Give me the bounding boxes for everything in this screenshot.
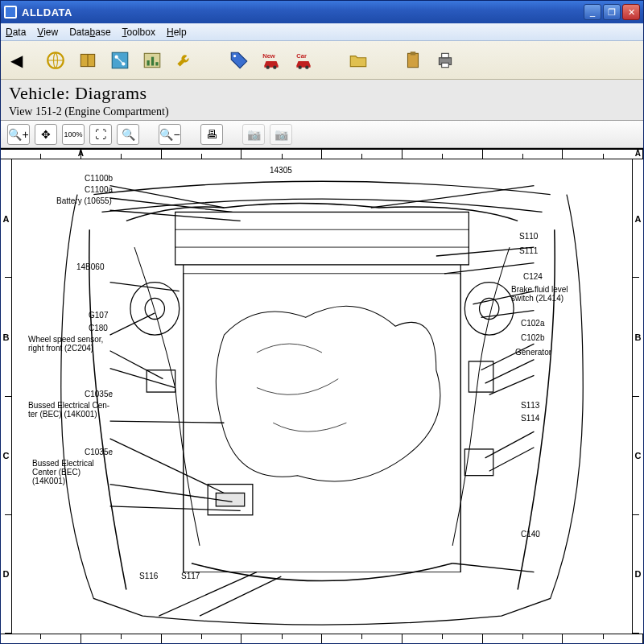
svg-point-11 <box>233 54 236 56</box>
camera-1-icon[interactable]: 📷 <box>242 124 265 145</box>
callout-g107: G107 <box>89 311 108 320</box>
callout-14305: 14305 <box>270 166 292 175</box>
svg-point-17 <box>305 65 308 68</box>
callout-s110: S110 <box>519 232 538 241</box>
app-icon <box>4 6 17 19</box>
zoom-fit-button[interactable]: ⛶ <box>89 124 112 145</box>
ruler-row-d: D <box>1 515 11 634</box>
menu-toolbox[interactable]: Toolbox <box>122 27 155 38</box>
callout-bec1: Bussed Electrical Cen- ter (BEC) (14K001… <box>28 401 109 419</box>
callout-c124: C124 <box>523 272 543 281</box>
callout-generator: Generator <box>515 348 551 357</box>
ruler-left: A B C D <box>1 159 12 634</box>
svg-rect-9 <box>151 56 154 65</box>
header-strip: Vehicle: Diagrams View 151-2 (Engine Com… <box>1 80 643 121</box>
tool-car-icon[interactable]: Car <box>289 46 318 75</box>
tool-chart-icon[interactable] <box>138 46 167 75</box>
ruler-col-a-right: A <box>635 149 641 158</box>
svg-line-41 <box>110 421 225 423</box>
callout-c180: C180 <box>89 324 108 332</box>
window-title: ALLDATA <box>22 6 584 19</box>
ruler-row-b-r: B <box>633 278 643 396</box>
page-title: Vehicle: Diagrams <box>9 83 635 104</box>
svg-line-42 <box>110 439 225 493</box>
camera-2-icon[interactable]: 📷 <box>270 124 292 145</box>
svg-rect-29 <box>147 370 175 392</box>
svg-text:New: New <box>262 52 275 59</box>
tool-newcar-icon[interactable]: New <box>257 46 286 75</box>
tool-folder-icon[interactable] <box>344 46 373 75</box>
ruler-row-b: B <box>1 278 11 396</box>
zoom-in-button[interactable]: 🔍+ <box>7 124 30 145</box>
svg-point-13 <box>266 65 270 68</box>
svg-line-40 <box>110 369 175 388</box>
callout-14b060: 14B060 <box>76 262 104 271</box>
ruler-col-a-left: A <box>78 149 84 158</box>
zoom-selection-button[interactable]: 🔍 <box>117 124 139 145</box>
callout-s116: S116 <box>139 572 158 580</box>
ruler-row-a-r: A <box>633 159 643 278</box>
ruler-top: AA <box>1 150 643 159</box>
svg-rect-10 <box>155 62 158 65</box>
svg-line-44 <box>110 506 241 510</box>
svg-line-53 <box>485 360 535 383</box>
callout-wheelspeed: Wheel speed sensor, right front (2C204) <box>28 335 103 353</box>
menubar: Data View Database Toolbox Help <box>1 23 643 41</box>
minimize-button[interactable]: _ <box>584 4 601 20</box>
callout-c140: C140 <box>521 530 540 539</box>
back-button[interactable]: ◀ <box>6 50 27 71</box>
svg-line-56 <box>489 448 535 471</box>
svg-line-43 <box>110 485 233 502</box>
viewer-toolbar: 🔍+ ✥ 100% ⛶ 🔍 🔍− 🖶 📷 📷 <box>1 121 643 148</box>
callout-s113: S113 <box>521 401 539 410</box>
menu-database[interactable]: Database <box>69 27 110 38</box>
ruler-row-c: C <box>1 397 11 515</box>
titlebar: ALLDATA _ ❐ ✕ <box>1 1 643 23</box>
viewer-print-button[interactable]: 🖶 <box>200 124 223 145</box>
svg-rect-23 <box>175 212 469 264</box>
tool-globe-icon[interactable] <box>41 46 70 75</box>
callout-c1035e: C1035e <box>85 390 113 398</box>
svg-text:Car: Car <box>296 52 307 59</box>
svg-line-47 <box>371 186 535 208</box>
tool-clipboard-icon[interactable] <box>398 46 427 75</box>
ruler-bottom <box>1 634 643 643</box>
ruler-row-a: A <box>1 159 11 278</box>
callout-c102a: C102a <box>521 319 544 328</box>
svg-rect-21 <box>442 53 449 57</box>
ruler-right: A B C D <box>632 159 643 634</box>
callout-s114: S114 <box>521 414 539 423</box>
tool-tag-icon[interactable] <box>225 46 254 75</box>
menu-data[interactable]: Data <box>6 27 26 38</box>
callout-c1100a: C1100a <box>85 185 113 194</box>
maximize-button[interactable]: ❐ <box>603 4 621 20</box>
svg-line-55 <box>485 431 535 458</box>
tool-book-icon[interactable] <box>73 46 102 75</box>
page-subtitle: View 151-2 (Engine Compartment) <box>9 105 635 118</box>
svg-line-38 <box>110 313 155 335</box>
svg-rect-22 <box>442 63 449 67</box>
svg-line-46 <box>200 576 281 616</box>
svg-rect-18 <box>408 53 419 67</box>
callout-c1035e2: C1035e <box>85 448 113 456</box>
tool-circuit-icon[interactable] <box>105 46 134 75</box>
engine-diagram: C1100b C1100a Battery (10655) 14B060 G10… <box>12 159 632 634</box>
pan-button[interactable]: ✥ <box>35 124 57 145</box>
callout-s117: S117 <box>181 572 200 580</box>
tool-wrench-icon[interactable] <box>170 46 199 75</box>
zoom-100-button[interactable]: 100% <box>62 124 85 145</box>
ruler-row-d-r: D <box>633 515 643 634</box>
svg-line-45 <box>159 572 257 617</box>
callout-battery: Battery (10655) <box>56 196 112 205</box>
menu-view[interactable]: View <box>37 27 58 38</box>
zoom-out-button[interactable]: 🔍− <box>159 124 181 145</box>
callout-c102b: C102b <box>521 333 544 342</box>
close-button[interactable]: ✕ <box>622 4 640 20</box>
tool-print-icon[interactable] <box>431 46 460 75</box>
svg-point-16 <box>299 65 302 68</box>
menu-help[interactable]: Help <box>167 27 187 38</box>
svg-point-14 <box>273 65 276 68</box>
callout-brakefluid: Brake fluid level switch (2L414) <box>511 285 568 303</box>
callout-s111: S111 <box>519 246 538 255</box>
ruler-row-c-r: C <box>633 397 643 515</box>
